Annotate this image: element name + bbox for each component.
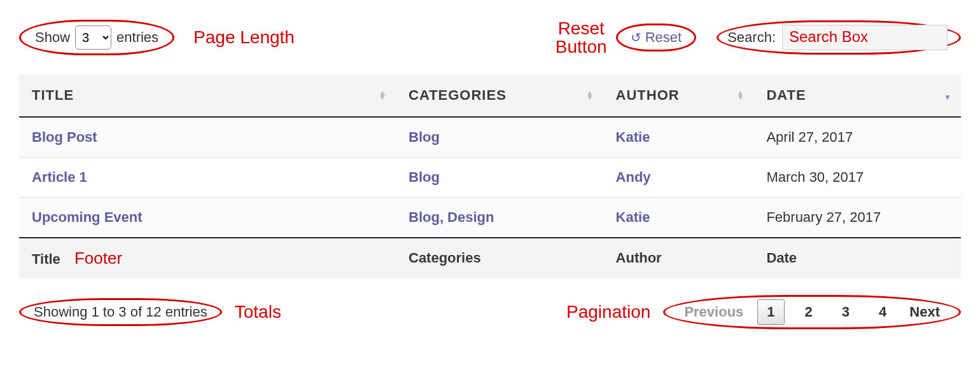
footer-col-author: Author	[603, 238, 754, 278]
footer-col-categories: Categories	[396, 238, 603, 278]
page-length-select[interactable]: 3 10 25 50	[75, 25, 111, 50]
bottom-row: Showing 1 to 3 of 12 entries Totals Pagi…	[19, 295, 961, 329]
sort-icon: ▲▼	[586, 91, 594, 100]
col-header-title[interactable]: TITLE ▲▼	[19, 74, 396, 117]
table-row: Upcoming Event Blog, Design Katie Februa…	[19, 197, 961, 238]
search-input[interactable]	[782, 25, 948, 50]
page-length-control: Show 3 10 25 50 entries	[19, 20, 174, 55]
cell-title[interactable]: Article 1	[32, 169, 87, 185]
cell-date: March 30, 2017	[766, 169, 864, 185]
reset-button[interactable]: ↺ Reset	[616, 24, 696, 51]
controls-row: Show 3 10 25 50 entries Page Length Rese…	[19, 19, 961, 57]
search-label: Search:	[727, 29, 776, 46]
annotation-footer: Footer	[74, 249, 122, 268]
data-table: TITLE ▲▼ CATEGORIES ▲▼ AUTHOR ▲▼ DATE ▲▼…	[19, 74, 961, 278]
pagination-page-3[interactable]: 3	[833, 300, 858, 324]
sort-icon: ▲▼	[737, 91, 745, 100]
cell-date: February 27, 2017	[766, 209, 881, 225]
pagination-page-1[interactable]: 1	[757, 299, 784, 325]
col-header-date[interactable]: DATE ▲▼	[753, 74, 961, 117]
col-header-author[interactable]: AUTHOR ▲▼	[603, 74, 754, 117]
sort-icon: ▲▼	[379, 91, 387, 100]
table-row: Article 1 Blog Andy March 30, 2017	[19, 157, 961, 197]
cell-author[interactable]: Andy	[616, 169, 651, 185]
pagination-next[interactable]: Next	[907, 300, 942, 324]
annotation-totals: Totals	[235, 302, 281, 322]
pagination-page-4[interactable]: 4	[870, 300, 895, 324]
cell-categories[interactable]: Blog, Design	[409, 209, 494, 225]
pagination-previous[interactable]: Previous	[682, 300, 746, 324]
pagination-page-2[interactable]: 2	[796, 300, 822, 324]
cell-title[interactable]: Blog Post	[32, 129, 97, 145]
table-row: Blog Post Blog Katie April 27, 2017	[19, 117, 961, 158]
cell-date: April 27, 2017	[766, 129, 853, 145]
annotation-page-length: Page Length	[193, 27, 295, 48]
cell-author[interactable]: Katie	[616, 129, 650, 145]
footer-col-date: Date	[753, 238, 961, 278]
col-header-categories[interactable]: CATEGORIES ▲▼	[396, 74, 603, 117]
cell-author[interactable]: Katie	[616, 209, 650, 225]
entries-label: entries	[116, 29, 158, 46]
search-control: Search:	[717, 20, 961, 55]
reset-button-label: Reset	[645, 29, 682, 46]
table-info: Showing 1 to 3 of 12 entries	[19, 298, 222, 326]
annotation-reset-button: Reset Button	[556, 19, 607, 57]
reset-icon: ↺	[631, 30, 641, 45]
pagination: Previous 1 2 3 4 Next	[663, 295, 961, 329]
table-footer-row: Title Footer Categories Author Date	[19, 238, 961, 278]
cell-title[interactable]: Upcoming Event	[32, 209, 143, 225]
sort-desc-icon: ▲▼	[944, 91, 952, 100]
cell-categories[interactable]: Blog	[409, 129, 440, 145]
annotation-pagination: Pagination	[566, 302, 650, 322]
footer-col-title: Title Footer	[19, 238, 396, 278]
show-label: Show	[35, 29, 70, 46]
cell-categories[interactable]: Blog	[409, 169, 440, 185]
